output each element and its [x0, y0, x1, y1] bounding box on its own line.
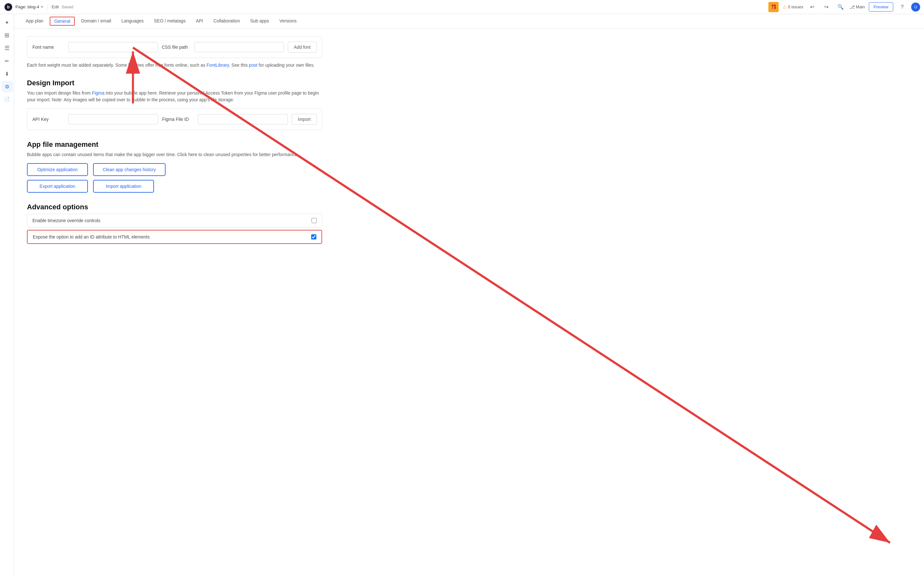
page-label: Page: [15, 5, 26, 9]
timezone-checkbox[interactable] [312, 218, 317, 223]
chevron-down-icon[interactable]: ▼ [40, 5, 44, 9]
design-import-section: Design Import You can import design file… [27, 79, 322, 130]
topbar: b Page: blog-4 ▼ Edit Saved 🎁 ⚠ 0 issues… [0, 0, 924, 14]
import-application-button[interactable]: Import application [93, 180, 154, 193]
sidebar-icon-data[interactable]: ☰ [1, 42, 13, 54]
figma-link[interactable]: Figma [92, 90, 105, 95]
main-content: App plan General Domain / email Language… [14, 14, 924, 577]
figma-file-id-label: Figma File ID [162, 117, 194, 122]
design-import-title: Design Import [27, 79, 322, 87]
sidebar-icon-layout[interactable]: ⊞ [1, 29, 13, 41]
edit-label: Edit [52, 5, 59, 9]
font-library-link[interactable]: FontLibrary [207, 63, 229, 68]
sidebar-icon-plugin[interactable]: ⬇ [1, 68, 13, 79]
search-button[interactable]: 🔍 [835, 2, 846, 12]
html-id-checkbox[interactable] [311, 234, 317, 239]
figma-form-row: API Key Figma File ID Import [27, 108, 322, 130]
export-application-button[interactable]: Export application [27, 180, 88, 193]
timezone-label: Enable timezone override controls [32, 218, 100, 223]
advanced-options-section: Advanced options Enable timezone overrid… [27, 203, 322, 244]
figma-file-id-input[interactable] [198, 114, 288, 124]
post-link[interactable]: post [249, 63, 257, 68]
branch-icon: ⎇ [850, 5, 855, 10]
tab-general[interactable]: General [50, 17, 75, 26]
doc-icon: 📄 [4, 97, 10, 102]
sidebar: ✦ ⊞ ☰ ✏ ⬇ ⚙ 📄 [0, 14, 14, 577]
design-import-desc: You can import design files from Figma i… [27, 90, 322, 103]
css-file-path-label: CSS file path [162, 45, 191, 50]
data-icon: ☰ [5, 45, 10, 52]
redo-button[interactable]: ↪ [821, 2, 832, 12]
optimize-application-button[interactable]: Optimize application [27, 163, 88, 176]
issues-count: 0 issues [788, 5, 803, 9]
design-icon: ✦ [5, 19, 9, 26]
api-key-label: API Key [32, 117, 65, 122]
divider-1 [47, 4, 48, 10]
clean-app-changes-button[interactable]: Clean app changes history [93, 163, 166, 176]
sidebar-icon-design[interactable]: ✦ [1, 17, 13, 28]
preview-button[interactable]: Preview [869, 2, 893, 11]
font-note: Each font weight must be added separatel… [27, 62, 322, 69]
branch-name: Main [856, 5, 865, 9]
tab-collaboration[interactable]: Collaboration [208, 15, 245, 28]
undo-button[interactable]: ↩ [807, 2, 817, 12]
plugin-icon: ⬇ [5, 71, 9, 77]
tab-domain-email[interactable]: Domain / email [76, 15, 116, 28]
tab-versions[interactable]: Versions [274, 15, 302, 28]
timezone-checkbox-row: Enable timezone override controls [27, 214, 322, 227]
app-file-management-title: App file management [27, 140, 322, 149]
advanced-options-title: Advanced options [27, 203, 322, 211]
gift-icon: 🎁 [771, 4, 777, 10]
tab-languages[interactable]: Languages [116, 15, 149, 28]
page-name: blog-4 [27, 5, 39, 9]
content-area: Font name CSS file path Add font Each fo… [14, 29, 335, 262]
add-font-button[interactable]: Add font [288, 42, 317, 53]
settings-icon: ⚙ [5, 84, 9, 90]
app-file-management-desc: Bubble apps can contain unused items tha… [27, 151, 322, 158]
sidebar-icon-brush[interactable]: ✏ [1, 55, 13, 67]
user-avatar[interactable]: U [911, 3, 920, 11]
tab-api[interactable]: API [191, 15, 208, 28]
warning-icon: ⚠ [782, 5, 787, 10]
font-name-input[interactable] [68, 42, 158, 52]
logo-letter: b [5, 3, 12, 11]
btn-row-1: Optimize application Clean app changes h… [27, 163, 322, 176]
sidebar-icon-doc[interactable]: 📄 [1, 93, 13, 105]
page-selector[interactable]: Page: blog-4 ▼ [15, 5, 44, 9]
app-file-management-section: App file management Bubble apps can cont… [27, 140, 322, 193]
btn-row-2: Export application Import application [27, 180, 322, 193]
sidebar-icon-settings[interactable]: ⚙ [1, 81, 13, 92]
tabs-bar: App plan General Domain / email Language… [14, 14, 924, 29]
layout-icon: ⊞ [5, 32, 9, 39]
tab-app-plan[interactable]: App plan [21, 15, 48, 28]
font-name-label: Font name [32, 45, 65, 50]
help-button[interactable]: ? [897, 2, 907, 12]
brush-icon: ✏ [5, 58, 9, 64]
gift-button[interactable]: 🎁 [768, 2, 779, 12]
saved-label: Saved [61, 5, 73, 9]
html-id-label: Expose the option to add an ID attribute… [33, 234, 150, 239]
tab-sub-apps[interactable]: Sub apps [245, 15, 274, 28]
font-form-row: Font name CSS file path Add font [27, 36, 322, 58]
fonts-section: Font name CSS file path Add font Each fo… [27, 36, 322, 69]
import-figma-button[interactable]: Import [292, 114, 317, 125]
app-logo: b [4, 3, 13, 11]
tab-seo[interactable]: SEO / metatags [149, 15, 191, 28]
css-file-path-input[interactable] [194, 42, 284, 52]
issues-button[interactable]: ⚠ 0 issues [782, 5, 803, 10]
api-key-input[interactable] [68, 114, 158, 124]
branch-selector[interactable]: ⎇ Main [850, 5, 865, 10]
topbar-right: 🎁 ⚠ 0 issues ↩ ↪ 🔍 ⎇ Main Preview ? U [768, 2, 920, 12]
html-id-checkbox-row: Expose the option to add an ID attribute… [27, 230, 322, 244]
